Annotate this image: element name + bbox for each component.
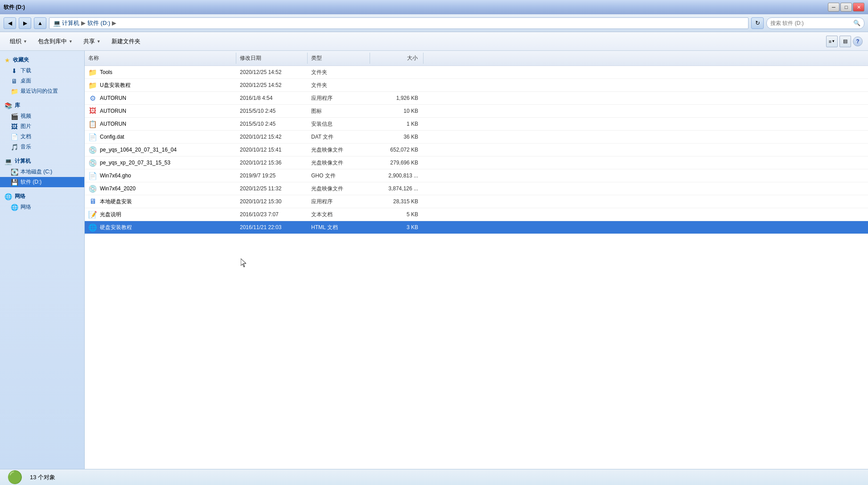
preview-pane-button[interactable]: ▤ [839,36,851,47]
forward-button[interactable]: ▶ [19,17,31,29]
sidebar-video-label: 视频 [21,112,31,120]
title-bar: 软件 (D:) ─ □ ✕ [0,0,868,14]
table-row[interactable]: 📄 Config.dat 2020/10/12 15:42 DAT 文件 36 … [85,131,868,144]
file-size: 652,072 KB [370,146,424,154]
col-header-name[interactable]: 名称 [85,53,236,64]
share-button[interactable]: 共享 ▼ [79,34,105,49]
table-row[interactable]: 📝 光盘说明 2016/10/23 7:07 文本文档 5 KB [85,208,868,221]
address-path[interactable]: 💻 计算机 ▶ 软件 (D:) ▶ [49,17,749,29]
file-type: 文件夹 [308,81,370,90]
table-row[interactable]: 📁 U盘安装教程 2020/12/25 14:52 文件夹 [85,79,868,92]
include-library-button[interactable]: 包含到库中 ▼ [33,34,77,49]
maximize-button[interactable]: □ [840,3,852,12]
share-label: 共享 [83,37,95,45]
table-row[interactable]: 💿 pe_yqs_xp_20_07_31_15_53 2020/10/12 15… [85,156,868,169]
help-button[interactable]: ? [853,37,863,46]
sidebar-documents-label: 文档 [21,133,31,140]
sidebar-item-d-drive[interactable]: 💾 软件 (D:) [0,177,84,187]
up-button[interactable]: ▲ [34,17,46,29]
path-computer[interactable]: 计算机 [62,19,79,27]
file-name: 硬盘安装教程 [100,224,132,231]
col-header-date[interactable]: 修改日期 [236,53,308,64]
file-name: Tools [100,69,112,75]
c-drive-icon: 💽 [11,169,18,176]
music-icon: 🎵 [11,144,18,151]
status-app-icon: 🟢 [7,470,23,485]
sidebar-item-desktop[interactable]: 🖥 桌面 [0,76,84,86]
sidebar-c-drive-label: 本地磁盘 (C:) [21,168,52,176]
table-row[interactable]: 💿 Win7x64_2020 2020/12/25 11:32 光盘映像文件 3… [85,182,868,195]
file-icon: 💿 [88,145,97,154]
table-row[interactable]: 📁 Tools 2020/12/25 14:52 文件夹 [85,66,868,79]
file-icon: 📄 [88,171,97,180]
minimize-button[interactable]: ─ [828,3,839,12]
refresh-button[interactable]: ↻ [751,17,764,29]
file-size: 10 KB [370,107,424,115]
new-folder-button[interactable]: 新建文件夹 [107,34,145,49]
computer-section: 💻 计算机 💽 本地磁盘 (C:) 💾 软件 (D:) [0,156,84,187]
file-name-cell: ⚙ AUTORUN [85,93,236,103]
file-name: Win7x64.gho [100,173,131,179]
table-row[interactable]: 💿 pe_yqs_1064_20_07_31_16_04 2020/10/12 … [85,144,868,156]
back-button[interactable]: ◀ [4,17,16,29]
table-row[interactable]: 🖼 AUTORUN 2015/5/10 2:45 图标 10 KB [85,105,868,118]
sidebar-item-music[interactable]: 🎵 音乐 [0,142,84,152]
sidebar-item-pictures[interactable]: 🖼 图片 [0,121,84,132]
new-folder-label: 新建文件夹 [111,37,140,45]
file-type: 应用程序 [308,197,370,206]
file-icon: 📁 [88,68,97,77]
file-type: 应用程序 [308,94,370,103]
file-type: 光盘映像文件 [308,145,370,155]
table-row[interactable]: 📋 AUTORUN 2015/5/10 2:45 安装信息 1 KB [85,118,868,131]
organize-arrow-icon: ▼ [23,39,27,44]
favorites-star-icon: ★ [4,57,10,64]
network-header[interactable]: 🌐 网络 [0,191,84,202]
favorites-header[interactable]: ★ 收藏夹 [0,54,84,66]
sidebar-item-download[interactable]: ⬇ 下载 [0,66,84,76]
sidebar-download-label: 下载 [21,67,31,74]
file-name-cell: 📋 AUTORUN [85,119,236,129]
file-name-cell: 📁 U盘安装教程 [85,80,236,90]
computer-section-icon: 💻 [4,158,12,165]
file-icon: 💿 [88,184,97,193]
file-name-cell: 📄 Win7x64.gho [85,170,236,181]
table-row[interactable]: 🖥 本地硬盘安装 2020/10/12 15:30 应用程序 28,315 KB [85,195,868,208]
table-row[interactable]: 🌐 硬盘安装教程 2016/11/21 22:03 HTML 文档 3 KB [85,221,868,234]
path-drive[interactable]: 软件 (D:) [87,19,110,27]
file-name: AUTORUN [100,95,126,101]
table-row[interactable]: ⚙ AUTORUN 2016/1/8 4:54 应用程序 1,926 KB [85,92,868,105]
sidebar-item-video[interactable]: 🎬 视频 [0,111,84,121]
network-section: 🌐 网络 🌐 网络 [0,191,84,212]
sidebar-item-network[interactable]: 🌐 网络 [0,202,84,212]
view-arrow-icon: ▼ [831,39,835,43]
file-size: 3 KB [370,223,424,231]
search-box[interactable]: 🔍 [766,17,864,29]
sidebar-item-recent[interactable]: 📁 最近访问的位置 [0,86,84,96]
col-header-type[interactable]: 类型 [308,53,370,64]
close-button[interactable]: ✕ [853,3,864,12]
organize-button[interactable]: 组织 ▼ [5,34,32,49]
table-row[interactable]: 📄 Win7x64.gho 2019/9/7 19:25 GHO 文件 2,90… [85,169,868,182]
sidebar: ★ 收藏夹 ⬇ 下载 🖥 桌面 📁 最近访问的位置 📚 库 � [0,51,85,469]
documents-icon: 📄 [11,133,18,140]
file-type: 文本文档 [308,210,370,219]
main-content: ★ 收藏夹 ⬇ 下载 🖥 桌面 📁 最近访问的位置 📚 库 � [0,51,868,469]
include-arrow-icon: ▼ [69,39,73,44]
file-date: 2020/12/25 14:52 [236,68,308,76]
computer-header[interactable]: 💻 计算机 [0,156,84,167]
libraries-header[interactable]: 📚 库 [0,100,84,111]
file-name: U盘安装教程 [100,82,131,89]
col-header-size[interactable]: 大小 [370,53,424,64]
file-date: 2016/10/23 7:07 [236,210,308,218]
sidebar-item-c-drive[interactable]: 💽 本地磁盘 (C:) [0,167,84,177]
sidebar-item-documents[interactable]: 📄 文档 [0,132,84,142]
favorites-section: ★ 收藏夹 ⬇ 下载 🖥 桌面 📁 最近访问的位置 [0,54,84,96]
path-sep-1: ▶ [81,20,86,26]
view-options-button[interactable]: ≡ ▼ [826,36,838,47]
search-input[interactable] [770,20,852,26]
favorites-title: 收藏夹 [13,56,29,64]
file-size [370,71,424,73]
file-name: AUTORUN [100,121,126,127]
file-date: 2020/12/25 11:32 [236,185,308,193]
file-type: 文件夹 [308,68,370,77]
